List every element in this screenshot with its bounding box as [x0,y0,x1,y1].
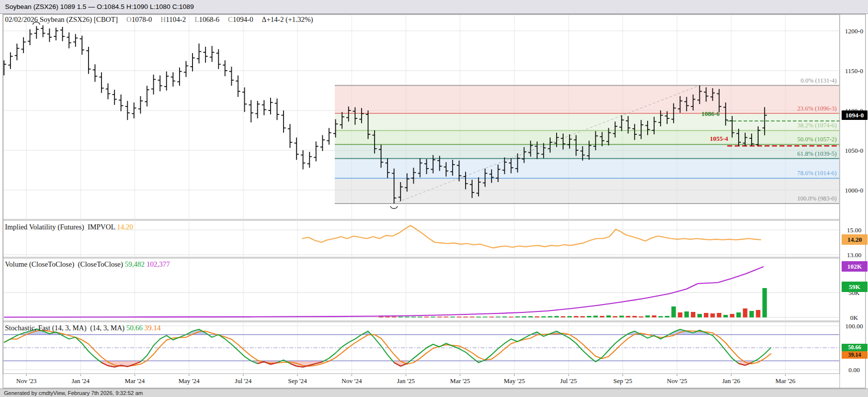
x-axis-label: Nov '23 [9,377,44,385]
x-axis-label: May '24 [172,377,206,385]
fib-retracement [335,86,840,204]
x-axis-label: Jul '25 [551,377,586,385]
x-axis-label: Jul '24 [226,377,261,385]
x-axis-label: May '25 [497,377,532,385]
x-axis-label: Nov '25 [660,377,694,385]
status-bar: Generated by cmdtyView, February 7th 202… [0,389,868,397]
x-axis-label: Sep '24 [280,377,315,385]
x-axis-label: Jan '24 [63,377,98,385]
chart-canvas[interactable] [0,0,868,397]
x-axis-label: Mar '25 [443,377,478,385]
status-text: Generated by cmdtyView, February 7th 202… [4,390,143,396]
x-axis-label: Mar '24 [117,377,152,385]
cmdtyview-chart-window: Soybean (ZSX26) 1089 1.5 — O:1084.5 H:10… [0,0,868,397]
x-axis-label: Nov '24 [334,377,369,385]
x-axis-label: Jan '25 [388,377,423,385]
x-axis-label: Jan '26 [714,377,749,385]
x-axis-label: Sep '25 [605,377,640,385]
x-axis-label: Mar '26 [768,377,803,385]
